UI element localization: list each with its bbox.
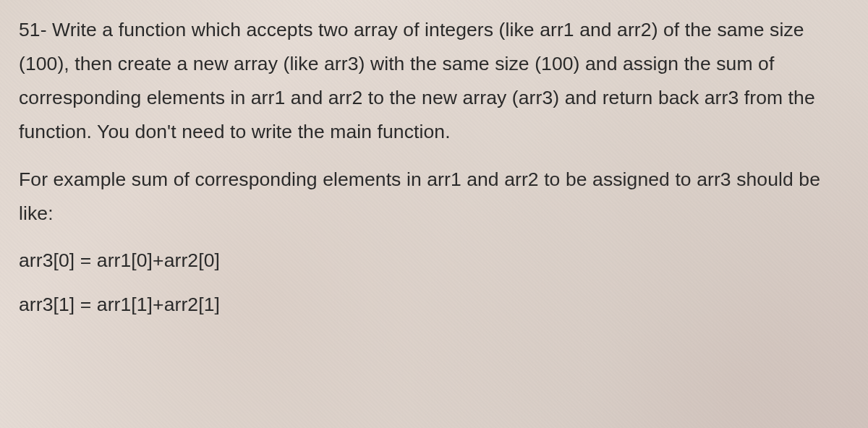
question-paragraph-1: 51- Write a function which accepts two a… xyxy=(19,13,849,150)
equation-line-2: arr3[1] = arr1[1]+arr2[1] xyxy=(19,288,849,322)
question-paragraph-2: For example sum of corresponding element… xyxy=(19,163,849,231)
equation-line-1: arr3[0] = arr1[0]+arr2[0] xyxy=(19,244,849,278)
